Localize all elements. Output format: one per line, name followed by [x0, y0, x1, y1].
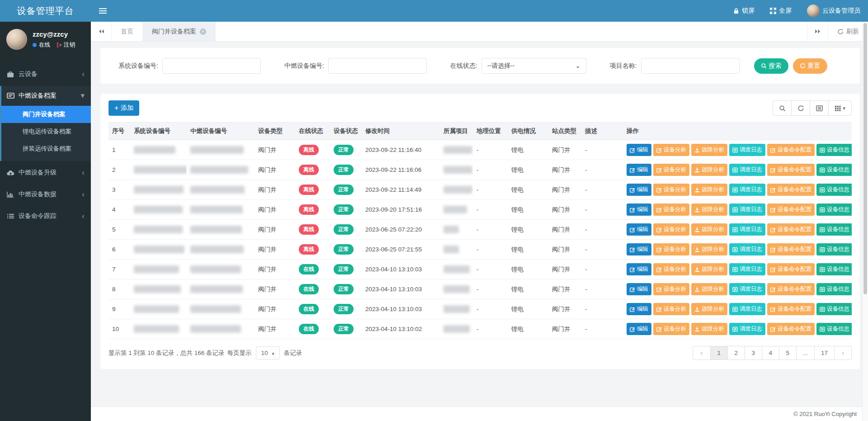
device-analysis-button[interactable]: 设备分析 [653, 303, 689, 315]
device-info-button[interactable]: 设备信息 [816, 263, 852, 275]
logout-button[interactable]: 注销 [56, 41, 75, 49]
table-detail-view-button[interactable] [810, 100, 829, 116]
device-analysis-button[interactable]: 设备分析 [653, 184, 689, 196]
device-command-config-button[interactable]: 设备命令配置 [767, 263, 815, 275]
device-command-config-button[interactable]: 设备命令配置 [767, 144, 815, 156]
device-analysis-button[interactable]: 设备分析 [653, 164, 689, 176]
page-button-2[interactable]: 2 [727, 346, 745, 360]
device-analysis-button[interactable]: 设备分析 [653, 263, 689, 275]
page-button-17[interactable]: 17 [814, 346, 834, 360]
table-search-toggle-button[interactable] [773, 100, 792, 116]
device-info-button[interactable]: 设备信息 [816, 223, 852, 236]
device-analysis-button[interactable]: 设备分析 [653, 144, 689, 156]
fault-analysis-button[interactable]: 故障分析 [691, 283, 727, 295]
lock-screen-button[interactable]: 锁屏 [726, 0, 762, 22]
dispatch-log-button[interactable]: 调度日志 [729, 283, 765, 295]
edit-button[interactable]: 编辑 [627, 203, 651, 216]
device-analysis-button[interactable]: 设备分析 [653, 283, 689, 295]
edit-button[interactable]: 编辑 [627, 283, 651, 295]
device-analysis-button[interactable]: 设备分析 [653, 323, 689, 335]
fault-analysis-button[interactable]: 故障分析 [691, 243, 727, 255]
edit-button[interactable]: 编辑 [627, 144, 651, 156]
sidebar-item-zhongran-archive[interactable]: 中燃设备档案 ▾ [1, 86, 91, 106]
scrollbar-thumb[interactable] [863, 23, 867, 294]
fault-analysis-button[interactable]: 故障分析 [691, 263, 727, 275]
device-analysis-button[interactable]: 设备分析 [653, 223, 689, 236]
edit-button[interactable]: 编辑 [627, 243, 651, 255]
device-info-button[interactable]: 设备信息 [816, 323, 852, 335]
edit-button[interactable]: 编辑 [627, 184, 651, 196]
device-info-button[interactable]: 设备信息 [816, 303, 852, 315]
tabs-scroll-right-button[interactable] [807, 22, 828, 41]
page-size-select[interactable]: 10 ▴ [256, 346, 280, 360]
dispatch-log-button[interactable]: 调度日志 [729, 184, 765, 196]
edit-button[interactable]: 编辑 [627, 164, 651, 176]
add-button[interactable]: + 添加 [108, 100, 139, 116]
fault-analysis-button[interactable]: 故障分析 [691, 223, 727, 236]
tabs-scroll-left-button[interactable] [91, 22, 112, 41]
device-command-config-button[interactable]: 设备命令配置 [767, 323, 815, 335]
fault-analysis-button[interactable]: 故障分析 [691, 323, 727, 335]
page-button-4[interactable]: 4 [762, 346, 779, 360]
device-info-button[interactable]: 设备信息 [816, 164, 852, 176]
search-button[interactable]: 搜索 [754, 58, 788, 74]
device-info-button[interactable]: 设备信息 [816, 243, 852, 255]
navbar-user-menu[interactable]: 云设备管理员 [799, 0, 868, 22]
dispatch-log-button[interactable]: 调度日志 [729, 144, 765, 156]
sidebar-subitem-valve-well-archive[interactable]: 阀门井设备档案 [1, 106, 91, 123]
page-button-5[interactable]: 5 [779, 346, 796, 360]
dispatch-log-button[interactable]: 调度日志 [729, 223, 765, 236]
device-command-config-button[interactable]: 设备命令配置 [767, 184, 815, 196]
device-command-config-button[interactable]: 设备命令配置 [767, 243, 815, 255]
edit-button[interactable]: 编辑 [627, 323, 651, 335]
device-analysis-button[interactable]: 设备分析 [653, 203, 689, 216]
project-name-input[interactable] [641, 58, 740, 74]
page-button-3[interactable]: 3 [745, 346, 762, 360]
page-button-1[interactable]: 1 [710, 346, 727, 360]
tab-close-icon[interactable]: × [200, 28, 206, 35]
sidebar-item-cloud-device[interactable]: 云设备 ‹ [0, 64, 91, 84]
device-info-button[interactable]: 设备信息 [816, 283, 852, 295]
fault-analysis-button[interactable]: 故障分析 [691, 164, 727, 176]
device-command-config-button[interactable]: 设备命令配置 [767, 164, 815, 176]
zhongran-device-no-input[interactable] [328, 58, 427, 74]
device-command-config-button[interactable]: 设备命令配置 [767, 283, 815, 295]
table-refresh-button[interactable] [791, 100, 810, 116]
device-info-button[interactable]: 设备信息 [816, 203, 852, 216]
sidebar-toggle-button[interactable] [91, 0, 114, 22]
tab-home[interactable]: 首页 [112, 22, 143, 41]
prev-page-button[interactable]: ‹ [693, 346, 710, 360]
dispatch-log-button[interactable]: 调度日志 [729, 243, 765, 255]
table-columns-button[interactable]: ▾ [828, 100, 852, 116]
sidebar-item-device-data[interactable]: 中燃设备数据 ‹ [0, 184, 91, 204]
sidebar-subitem-assembled-remote-archive[interactable]: 拼装远传设备档案 [1, 140, 91, 157]
fault-analysis-button[interactable]: 故障分析 [691, 303, 727, 315]
page-ellipsis[interactable]: ... [796, 346, 814, 360]
tab-valve-well-archive[interactable]: 阀门井设备档案 × [143, 22, 216, 41]
sidebar-item-device-upgrade[interactable]: 中燃设备升级 ‹ [0, 163, 91, 183]
edit-button[interactable]: 编辑 [627, 263, 651, 275]
fault-analysis-button[interactable]: 故障分析 [691, 203, 727, 216]
dispatch-log-button[interactable]: 调度日志 [729, 164, 765, 176]
fault-analysis-button[interactable]: 故障分析 [691, 144, 727, 156]
device-info-button[interactable]: 设备信息 [816, 144, 852, 156]
dispatch-log-button[interactable]: 调度日志 [729, 303, 765, 315]
dispatch-log-button[interactable]: 调度日志 [729, 263, 765, 275]
fullscreen-button[interactable]: 全屏 [762, 0, 799, 22]
sidebar-item-command-tracking[interactable]: 设备命令跟踪 ‹ [0, 206, 91, 226]
device-command-config-button[interactable]: 设备命令配置 [767, 303, 815, 315]
device-info-button[interactable]: 设备信息 [816, 184, 852, 196]
device-command-config-button[interactable]: 设备命令配置 [767, 203, 815, 216]
vertical-scrollbar[interactable] [862, 22, 868, 421]
fault-analysis-button[interactable]: 故障分析 [691, 184, 727, 196]
next-page-button[interactable]: › [834, 346, 851, 360]
device-command-config-button[interactable]: 设备命令配置 [767, 223, 815, 236]
device-analysis-button[interactable]: 设备分析 [653, 243, 689, 255]
sidebar-subitem-lithium-remote-archive[interactable]: 锂电远传设备档案 [1, 123, 91, 140]
dispatch-log-button[interactable]: 调度日志 [729, 203, 765, 216]
edit-button[interactable]: 编辑 [627, 303, 651, 315]
reset-button[interactable]: 重置 [793, 58, 827, 74]
edit-button[interactable]: 编辑 [627, 223, 651, 236]
online-status-select[interactable]: --请选择-- ⌄ [481, 58, 586, 74]
dispatch-log-button[interactable]: 调度日志 [729, 323, 765, 335]
